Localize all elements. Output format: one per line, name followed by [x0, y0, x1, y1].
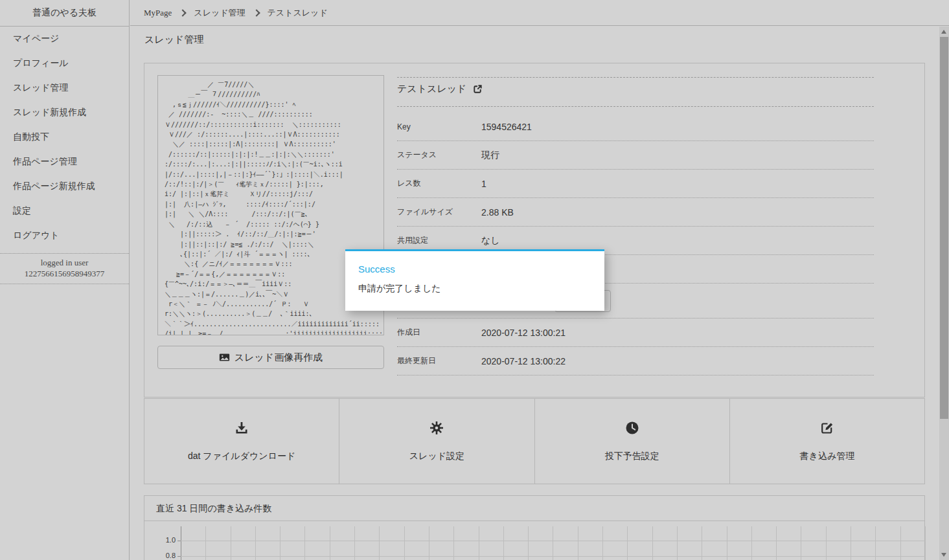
recreate-thread-image-label: スレッド画像再作成	[234, 352, 323, 364]
recreate-thread-image-button[interactable]: スレッド画像再作成	[157, 346, 384, 369]
field-value: 1	[481, 179, 486, 189]
success-toast[interactable]: Success 申請が完了しました	[345, 249, 604, 311]
sidebar-item-logout[interactable]: ログアウト	[0, 223, 129, 248]
field-row-created-date: 作成日 2020-07-12 13:00:21	[397, 319, 874, 347]
divider	[397, 106, 874, 107]
action-tiles: dat ファイルダウンロード スレッド設定 投下予告設定 書き込み管理	[144, 398, 925, 484]
sidebar-item-mypage[interactable]: マイページ	[0, 27, 129, 51]
chart-plot-area	[181, 526, 926, 560]
action-label: 投下予告設定	[605, 451, 659, 462]
field-row-res-count: レス数 1	[397, 170, 874, 198]
chart-title: 直近 31 日間の書き込み件数	[144, 496, 924, 521]
field-label: ステータス	[397, 150, 481, 161]
action-label: dat ファイルダウンロード	[188, 451, 295, 462]
field-value: 現行	[481, 150, 499, 161]
chevron-right-icon	[179, 9, 187, 16]
breadcrumb: MyPage スレッド管理 テストスレッド	[144, 0, 328, 26]
logged-in-user-block: logged in user 1227566156958949377	[0, 253, 129, 284]
posts-chart-card: 直近 31 日間の書き込み件数 1.0 0.8	[144, 495, 925, 560]
gridline-0-8	[181, 556, 925, 557]
thread-settings-button[interactable]: スレッド設定	[339, 399, 534, 484]
logged-in-user-id: 1227566156958949377	[0, 268, 129, 279]
y-tick-label: 0.8	[154, 552, 176, 559]
field-row-file-size: ファイルサイズ 2.88 KB	[397, 198, 874, 227]
download-icon	[234, 421, 249, 435]
sidebar-item-workpage-manage[interactable]: 作品ページ管理	[0, 150, 129, 174]
field-value: なし	[481, 235, 500, 247]
field-label: ファイルサイズ	[397, 207, 481, 218]
gear-icon	[429, 421, 444, 435]
sidebar-nav: マイページ プロフィール スレッド管理 スレッド新規作成 自動投下 作品ページ管…	[0, 27, 129, 248]
thread-title: テストスレッド	[397, 83, 466, 95]
breadcrumb-mypage[interactable]: MyPage	[144, 8, 172, 18]
field-label: 最終更新日	[397, 355, 481, 366]
y-tick-mark	[177, 556, 181, 557]
vertical-scrollbar[interactable]	[939, 27, 949, 560]
gridline-1-0	[181, 541, 925, 541]
scroll-down-arrow-icon[interactable]	[941, 553, 946, 557]
field-label: レス数	[397, 178, 481, 189]
field-value: 2020-07-12 13:00:21	[481, 328, 566, 338]
post-schedule-button[interactable]: 投下予告設定	[534, 399, 729, 484]
brand-title: 普通のやる夫板	[0, 0, 129, 27]
action-label: スレッド設定	[409, 451, 464, 462]
toast-message: 申請が完了しました	[358, 283, 591, 295]
field-label: 作成日	[397, 327, 481, 338]
thread-field-rows: Key 1594526421 ステータス 現行 レス数 1 ファイルサイズ 2.…	[397, 113, 874, 375]
edit-icon	[820, 421, 834, 435]
top-bar: MyPage スレッド管理 テストスレッド	[130, 0, 949, 26]
field-row-key: Key 1594526421	[397, 113, 874, 141]
field-row-updated-date: 最終更新日 2020-07-12 13:00:22	[397, 347, 874, 375]
thread-detail-card: ／ ￣7/////＼ ＿－￣ ７//////////ﾊ ,ｓ≦ｊ//////ｲ＼…	[144, 63, 925, 398]
action-label: 書き込み管理	[800, 451, 855, 462]
field-value: 2.88 KB	[481, 207, 514, 218]
field-label: 共用設定	[397, 235, 481, 246]
post-management-button[interactable]: 書き込み管理	[729, 399, 924, 484]
sidebar-item-profile[interactable]: プロフィール	[0, 51, 129, 76]
field-row-status: ステータス 現行	[397, 141, 874, 170]
thread-title-row: テストスレッド	[397, 83, 483, 95]
scroll-up-arrow-icon[interactable]	[941, 30, 946, 34]
field-value: 1594526421	[481, 122, 532, 132]
chevron-right-icon	[253, 9, 260, 16]
dat-download-button[interactable]: dat ファイルダウンロード	[144, 399, 339, 484]
sidebar-item-thread-manage[interactable]: スレッド管理	[0, 76, 129, 100]
toast-title: Success	[358, 263, 591, 274]
sidebar-item-settings[interactable]: 設定	[0, 199, 129, 223]
page-title: スレッド管理	[144, 34, 203, 46]
field-label: Key	[397, 122, 481, 131]
logged-in-label: logged in user	[0, 257, 129, 268]
clock-icon	[625, 421, 639, 435]
app-window: 普通のやる夫板 マイページ プロフィール スレッド管理 スレッド新規作成 自動投…	[0, 0, 949, 560]
sidebar-item-auto-post[interactable]: 自動投下	[0, 125, 129, 150]
sidebar-item-workpage-create[interactable]: 作品ページ新規作成	[0, 174, 129, 199]
breadcrumb-current: テストスレッド	[268, 7, 328, 19]
y-tick-mark	[177, 541, 181, 541]
scrollbar-thumb[interactable]	[940, 37, 948, 419]
field-value: 2020-07-12 13:00:22	[481, 356, 566, 366]
sidebar-item-thread-create[interactable]: スレッド新規作成	[0, 100, 129, 125]
y-tick-label: 1.0	[154, 536, 176, 544]
image-icon	[219, 352, 230, 363]
sidebar: 普通のやる夫板 マイページ プロフィール スレッド管理 スレッド新規作成 自動投…	[0, 0, 130, 560]
divider	[397, 77, 874, 78]
external-link-icon[interactable]	[472, 84, 483, 95]
breadcrumb-thread-manage[interactable]: スレッド管理	[194, 7, 245, 19]
